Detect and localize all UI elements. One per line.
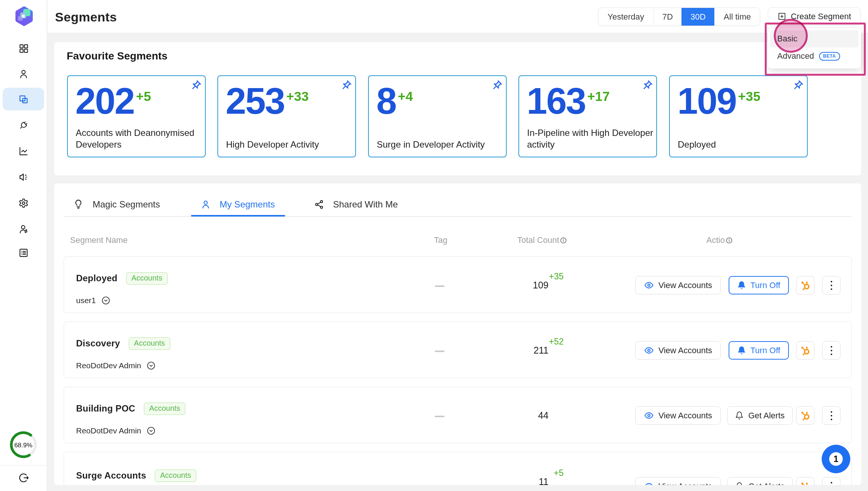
svg-text:68.9%: 68.9% bbox=[14, 442, 32, 449]
